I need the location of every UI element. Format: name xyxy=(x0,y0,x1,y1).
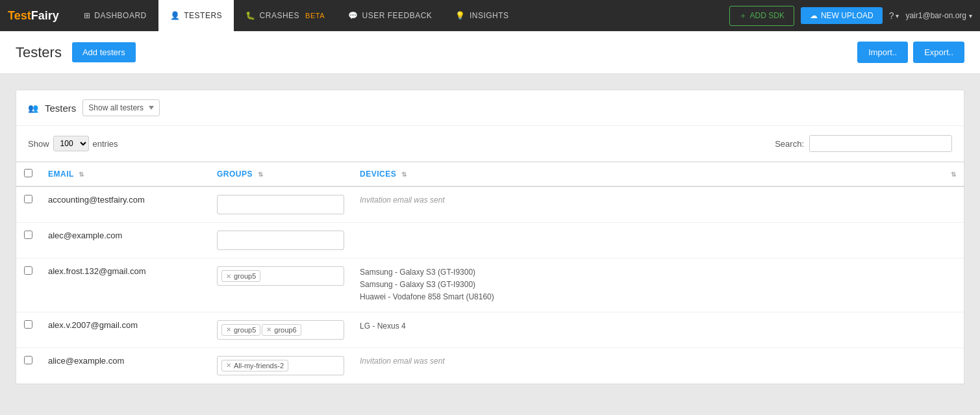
tag-label: group5 xyxy=(234,272,256,280)
search-input[interactable] xyxy=(809,135,952,152)
table-controls: Show 10 25 50 100 entries Search: xyxy=(16,126,964,162)
table-row: alex.v.2007@gmail.com✕group5✕group6LG - … xyxy=(16,312,964,347)
tag-x-icon[interactable]: ✕ xyxy=(266,326,271,333)
content-area: 👥 Testers Show all testers Show testers … xyxy=(0,74,980,400)
nav-testers[interactable]: 👤 TESTERS xyxy=(158,0,234,31)
nav-crashes[interactable]: 🐛 CRASHES BETA xyxy=(234,0,336,31)
search-label: Search: xyxy=(775,139,804,149)
tag-x-icon[interactable]: ✕ xyxy=(226,273,231,280)
row-checkbox-cell xyxy=(16,347,40,383)
group-tag[interactable]: ✕group6 xyxy=(262,324,301,336)
nav-items: ⊞ DASHBOARD 👤 TESTERS 🐛 CRASHES BETA 💬 U… xyxy=(72,0,729,31)
groups-cell xyxy=(209,223,352,258)
row-checkbox-cell xyxy=(16,223,40,258)
user-menu[interactable]: yair1@bar-on.org ▾ xyxy=(905,11,972,20)
grid-icon: ⊞ xyxy=(84,11,91,20)
group-tag[interactable]: ✕group5 xyxy=(221,270,260,282)
show-entries-control: Show 10 25 50 100 entries xyxy=(28,136,118,151)
tag-label: group6 xyxy=(274,326,296,334)
group-tag[interactable]: ✕All-my-friends-2 xyxy=(221,360,288,371)
device-list: LG - Nexus 4 xyxy=(360,320,933,333)
entries-select[interactable]: 10 25 50 100 xyxy=(53,136,89,151)
bug-icon: 🐛 xyxy=(245,11,256,20)
email-cell: alice@example.com xyxy=(40,347,209,383)
groups-column-header[interactable]: GROUPS ⇅ xyxy=(209,162,352,187)
chat-icon: 💬 xyxy=(348,11,358,20)
invitation-text: Invitation email was sent xyxy=(360,195,445,205)
page-header: Testers Add testers Import.. Export.. xyxy=(0,31,980,74)
user-chevron-icon: ▾ xyxy=(969,12,972,19)
email-cell: alex.frost.132@gmail.com xyxy=(40,258,209,312)
testers-card: 👥 Testers Show all testers Show testers … xyxy=(16,90,964,384)
row-actions-cell xyxy=(940,347,964,383)
nav-right: ＋ ADD SDK ☁ NEW UPLOAD ? ▾ yair1@bar-on.… xyxy=(729,6,972,26)
groups-cell: ✕group5 xyxy=(209,258,352,312)
row-checkbox[interactable] xyxy=(24,356,32,364)
page-header-left: Testers Add testers xyxy=(16,42,136,62)
row-checkbox[interactable] xyxy=(24,231,32,239)
tag-x-icon[interactable]: ✕ xyxy=(226,362,231,369)
devices-cell: Samsung - Galaxy S3 (GT-I9300)Samsung - … xyxy=(352,258,940,312)
testers-filter-select[interactable]: Show all testers Show testers xyxy=(82,99,160,116)
select-all-checkbox[interactable] xyxy=(24,169,32,177)
devices-cell: LG - Nexus 4 xyxy=(352,312,940,347)
invitation-text: Invitation email was sent xyxy=(360,357,445,366)
groups-sort-icon: ⇅ xyxy=(258,171,264,178)
device-item: Huawei - Vodafone 858 Smart (U8160) xyxy=(360,291,933,303)
nav-insights[interactable]: 💡 INSIGHTS xyxy=(444,0,520,31)
help-dropdown[interactable]: ? ▾ xyxy=(889,10,899,21)
people-icon: 👤 xyxy=(170,11,181,20)
nav-user-feedback[interactable]: 💬 USER FEEDBACK xyxy=(336,0,444,31)
row-checkbox[interactable] xyxy=(24,195,32,203)
email-cell: alex.v.2007@gmail.com xyxy=(40,312,209,347)
row-checkbox[interactable] xyxy=(24,320,32,329)
testers-table: EMAIL ⇅ GROUPS ⇅ DEVICES ⇅ ⇅ xyxy=(16,162,964,384)
email-cell: alec@example.com xyxy=(40,223,209,258)
devices-cell: Invitation email was sent xyxy=(352,186,940,223)
card-header: 👥 Testers Show all testers Show testers xyxy=(16,90,964,126)
chevron-down-icon: ▾ xyxy=(896,12,899,19)
table-row: alec@example.com xyxy=(16,223,964,258)
email-column-header[interactable]: EMAIL ⇅ xyxy=(40,162,209,187)
devices-cell: Invitation email was sent xyxy=(352,347,940,383)
row-checkbox-cell xyxy=(16,186,40,223)
tags-container[interactable]: ✕All-my-friends-2 xyxy=(217,356,344,375)
add-sdk-button[interactable]: ＋ ADD SDK xyxy=(729,6,794,26)
row-actions-cell xyxy=(940,258,964,312)
row-checkbox-cell xyxy=(16,312,40,347)
row-checkbox[interactable] xyxy=(24,266,32,275)
tags-container[interactable] xyxy=(217,195,344,214)
nav-dashboard[interactable]: ⊞ DASHBOARD xyxy=(72,0,158,31)
card-header-title: Testers xyxy=(45,103,76,114)
page-header-right: Import.. Export.. xyxy=(857,42,964,63)
import-button[interactable]: Import.. xyxy=(857,42,908,63)
table-row: alex.frost.132@gmail.com✕group5Samsung -… xyxy=(16,258,964,312)
tags-container[interactable]: ✕group5✕group6 xyxy=(217,320,344,340)
email-cell: accounting@testfairy.com xyxy=(40,186,209,223)
export-button[interactable]: Export.. xyxy=(913,42,964,63)
actions-sort-icon: ⇅ xyxy=(951,171,957,178)
row-actions-cell xyxy=(940,223,964,258)
device-item: LG - Nexus 4 xyxy=(360,320,933,333)
cloud-icon: ☁ xyxy=(810,11,818,20)
actions-column-header: ⇅ xyxy=(940,162,964,187)
device-list: Samsung - Galaxy S3 (GT-I9300)Samsung - … xyxy=(360,266,933,304)
tags-container[interactable] xyxy=(217,231,344,250)
groups-cell xyxy=(209,186,352,223)
add-testers-button[interactable]: Add testers xyxy=(72,42,136,62)
table-header-row: EMAIL ⇅ GROUPS ⇅ DEVICES ⇅ ⇅ xyxy=(16,162,964,187)
search-box: Search: xyxy=(775,135,952,152)
tags-container[interactable]: ✕group5 xyxy=(217,266,344,286)
group-tag[interactable]: ✕group5 xyxy=(221,324,260,336)
table-row: alice@example.com✕All-my-friends-2Invita… xyxy=(16,347,964,383)
testers-header-icon: 👥 xyxy=(28,103,38,113)
row-checkbox-cell xyxy=(16,258,40,312)
devices-column-header[interactable]: DEVICES ⇅ xyxy=(352,162,940,187)
devices-sort-icon: ⇅ xyxy=(401,171,407,178)
tag-label: group5 xyxy=(234,326,256,334)
select-all-header[interactable] xyxy=(16,162,40,187)
plus-icon: ＋ xyxy=(739,10,747,21)
logo[interactable]: TestFairy xyxy=(8,9,59,23)
new-upload-button[interactable]: ☁ NEW UPLOAD xyxy=(801,7,883,24)
tag-x-icon[interactable]: ✕ xyxy=(226,326,231,333)
